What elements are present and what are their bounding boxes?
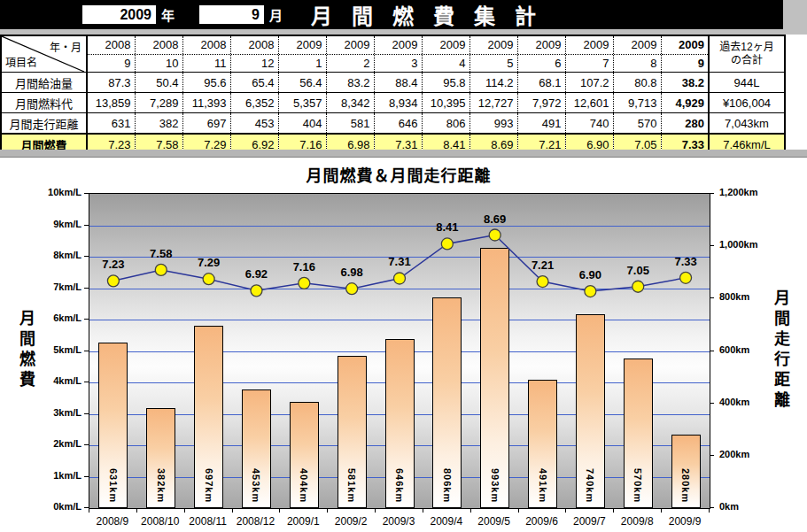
right-axis-tick-label: 400km: [719, 397, 781, 407]
value-cell[interactable]: 12,727: [469, 93, 517, 113]
value-cell[interactable]: 6,352: [230, 93, 278, 113]
value-cell[interactable]: 491: [517, 113, 565, 135]
point-value-label: 7.05: [627, 264, 649, 277]
total-cell[interactable]: 7,043km: [709, 113, 785, 135]
x-axis-tick: [470, 509, 471, 513]
summary-table: 年・月 項目名 20089200810200811200812200912009…: [0, 35, 784, 156]
value-cell[interactable]: 65.4: [230, 73, 278, 93]
value-cell[interactable]: 10,395: [422, 93, 469, 113]
x-axis-label: 2008/12: [237, 515, 275, 528]
month-header-cell[interactable]: 200810: [135, 35, 182, 73]
left-axis-tick: [84, 382, 89, 382]
value-cell[interactable]: 88.4: [374, 73, 422, 93]
table-shadow-band: [0, 150, 807, 158]
point-value-label: 7.21: [532, 258, 554, 272]
value-cell[interactable]: 382: [135, 113, 182, 135]
left-axis-tick-label: 5km/L: [0, 344, 81, 355]
year-unit-label: 年: [161, 5, 175, 24]
month-header-cell[interactable]: 20094: [422, 35, 469, 73]
left-axis-tick: [84, 256, 89, 257]
fuel-economy-marker: [632, 281, 644, 292]
value-cell[interactable]: 95.6: [182, 73, 230, 93]
sheet-background-corner: [783, 0, 807, 35]
value-cell[interactable]: 50.4: [135, 73, 182, 93]
value-cell[interactable]: 107.2: [565, 73, 613, 93]
x-axis-tick: [279, 509, 280, 513]
point-value-label: 7.29: [198, 256, 220, 269]
value-cell[interactable]: 7,972: [517, 93, 565, 113]
value-cell[interactable]: 5,357: [278, 93, 326, 113]
month-header-cell[interactable]: 20098: [613, 35, 661, 73]
value-cell[interactable]: 4,929: [661, 93, 709, 113]
month-header-cell[interactable]: 20089: [87, 35, 135, 73]
value-cell[interactable]: 9,713: [613, 93, 661, 113]
value-cell[interactable]: 80.8: [613, 73, 661, 93]
month-header-cell[interactable]: 20099: [661, 35, 709, 73]
value-cell[interactable]: 697: [182, 113, 230, 135]
x-axis-label: 2008/11: [189, 515, 227, 528]
month-header-cell[interactable]: 20097: [565, 35, 613, 73]
value-cell[interactable]: 740: [565, 113, 613, 135]
value-cell[interactable]: 12,601: [565, 93, 613, 113]
value-cell[interactable]: 646: [374, 113, 422, 135]
year-input-cell[interactable]: 2009: [82, 5, 156, 24]
month-header-cell[interactable]: 20095: [469, 35, 517, 73]
value-cell[interactable]: 993: [469, 113, 517, 135]
value-cell[interactable]: 83.2: [326, 73, 374, 93]
month-header-cell[interactable]: 20093: [374, 35, 422, 73]
value-cell[interactable]: 7,289: [135, 93, 182, 113]
value-cell[interactable]: 8,342: [326, 93, 374, 113]
right-axis-tick: [710, 297, 714, 298]
value-cell[interactable]: 38.2: [661, 73, 709, 93]
value-cell[interactable]: 280: [661, 113, 709, 135]
left-axis-tick: [84, 507, 89, 508]
month-input-cell[interactable]: 9: [199, 5, 264, 24]
left-axis-tick-label: 9km/L: [0, 219, 81, 229]
value-cell[interactable]: 114.2: [469, 73, 517, 93]
x-axis-label: 2009/4: [430, 515, 462, 528]
left-axis-tick: [84, 351, 89, 351]
total-cell[interactable]: 944L: [709, 73, 785, 93]
month-header-cell[interactable]: 20096: [517, 35, 565, 73]
total-cell[interactable]: ¥106,004: [709, 93, 785, 113]
x-axis-tick: [232, 509, 233, 513]
left-axis-tick-label: 10km/L: [0, 187, 81, 197]
line-series: [89, 194, 710, 508]
x-axis-tick: [89, 509, 89, 513]
value-cell[interactable]: 11,393: [182, 93, 230, 113]
x-axis-label: 2009/2: [335, 515, 368, 528]
fuel-economy-marker: [394, 273, 406, 284]
left-axis-tick-label: 6km/L: [0, 312, 81, 323]
month-header-cell[interactable]: 200811: [182, 35, 230, 73]
value-cell[interactable]: 95.8: [422, 73, 469, 93]
total-header-cell: 過去12ヶ月 の合計: [709, 35, 785, 73]
value-cell[interactable]: 806: [422, 113, 469, 135]
value-cell[interactable]: 581: [326, 113, 374, 135]
fuel-economy-marker: [585, 286, 596, 297]
point-value-label: 6.98: [340, 266, 362, 279]
value-cell[interactable]: 453: [230, 113, 278, 135]
x-axis-label: 2009/6: [525, 515, 558, 528]
total-header-line2: の合計: [710, 54, 784, 67]
x-axis-label: 2009/5: [477, 515, 510, 528]
fuel-chart: 月間燃費＆月間走行距離 月間燃費 月間走行距離 631km382km697km4…: [0, 158, 807, 532]
value-cell[interactable]: 68.1: [517, 73, 565, 93]
right-axis-tick: [710, 245, 714, 246]
point-value-label: 7.16: [293, 260, 315, 274]
month-header-cell[interactable]: 20091: [278, 35, 326, 73]
left-axis-tick: [84, 413, 89, 414]
value-cell[interactable]: 404: [278, 113, 326, 135]
point-value-label: 8.41: [436, 220, 458, 234]
month-header-cell[interactable]: 200812: [230, 35, 278, 73]
value-cell[interactable]: 631: [87, 113, 135, 135]
value-cell[interactable]: 87.3: [87, 73, 135, 93]
value-cell[interactable]: 570: [613, 113, 661, 135]
x-axis-label: 2009/9: [669, 515, 702, 528]
value-cell[interactable]: 8,934: [374, 93, 422, 113]
right-axis-tick-label: 1,000km: [719, 239, 781, 250]
row-label: 月間給油量: [1, 73, 87, 93]
month-header-cell[interactable]: 20092: [326, 35, 374, 73]
right-axis-tick-label: 600km: [719, 344, 781, 355]
value-cell[interactable]: 56.4: [278, 73, 326, 93]
value-cell[interactable]: 13,859: [87, 93, 135, 113]
